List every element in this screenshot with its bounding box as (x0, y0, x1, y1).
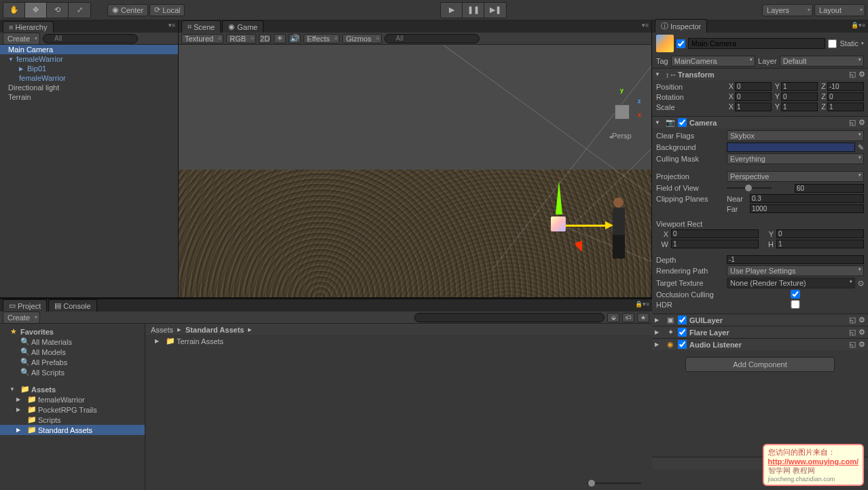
project-content[interactable]: Assets ▸ Standard Assets ▸ ▶📁Terrain Ass… (145, 324, 652, 490)
mode-2d-toggle[interactable]: 2D (259, 34, 271, 43)
play-button[interactable]: ▶ (441, 3, 463, 18)
layers-dropdown[interactable]: Layers (762, 4, 813, 16)
help-icon[interactable]: ◱ (849, 328, 856, 337)
projection-dropdown[interactable]: Perspective (727, 171, 864, 182)
scale-y-input[interactable] (781, 102, 818, 111)
help-icon[interactable]: ◱ (849, 118, 856, 127)
position-y-input[interactable] (781, 82, 818, 91)
expand-icon[interactable]: ▶ (16, 407, 23, 413)
audio-toggle[interactable]: 🔊 (289, 34, 301, 43)
component-header-audiolistener[interactable]: ▶◉Audio Listener◱⚙ (652, 339, 868, 350)
gizmo-x-axis[interactable] (559, 225, 607, 227)
component-header-camera[interactable]: ▼ 📷 Camera ◱ ⚙ (652, 117, 868, 128)
favorite-item[interactable]: 🔍All Prefabs (0, 357, 145, 367)
occlusion-checkbox[interactable] (727, 290, 864, 299)
hierarchy-item[interactable]: femaleWarrior (0, 73, 178, 83)
search-filter-icon[interactable]: ⬙ (607, 313, 619, 322)
gear-icon[interactable]: ⚙ (858, 118, 865, 127)
expand-icon[interactable]: ▼ (655, 71, 662, 77)
targettex-field[interactable]: None (Render Texture) (727, 278, 855, 288)
expand-icon[interactable]: ▶ (655, 341, 662, 347)
scale-z-input[interactable] (827, 102, 864, 111)
hierarchy-item[interactable]: ▼femaleWarrior (0, 54, 178, 64)
pivot-center-button[interactable]: ◉ Center (107, 4, 148, 16)
tab-game[interactable]: ◉Game (222, 20, 264, 33)
favorites-header[interactable]: ★Favorites (0, 326, 145, 337)
expand-icon[interactable]: ▼ (8, 56, 15, 62)
expand-icon[interactable]: ▶ (19, 66, 26, 72)
hand-tool[interactable]: ✋ (3, 3, 25, 18)
asset-folder[interactable]: ▶📁PocketRPG Trails (0, 404, 145, 415)
panel-menu-icon[interactable]: 🔒▾≡ (851, 22, 865, 29)
renderpath-dropdown[interactable]: Use Player Settings (727, 265, 864, 276)
fov-slider[interactable] (727, 183, 792, 193)
clearflags-dropdown[interactable]: Skybox (727, 130, 864, 141)
background-color-field[interactable] (727, 143, 855, 152)
cullingmask-dropdown[interactable]: Everything (727, 153, 864, 164)
hierarchy-item[interactable]: Main Camera (0, 45, 178, 54)
gear-icon[interactable]: ⚙ (858, 340, 865, 349)
hdr-checkbox[interactable] (727, 300, 864, 309)
component-header-guilayer[interactable]: ▶▣GUILayer◱⚙ (652, 314, 868, 326)
help-icon[interactable]: ◱ (849, 70, 856, 79)
favorite-item[interactable]: 🔍All Scripts (0, 367, 145, 377)
add-component-button[interactable]: Add Component (685, 357, 835, 372)
hierarchy-item[interactable]: ▶Bip01 (0, 64, 178, 73)
depth-input[interactable] (727, 255, 864, 264)
layer-dropdown[interactable]: Default (780, 56, 864, 67)
lighting-toggle[interactable]: ☀ (274, 34, 286, 43)
near-input[interactable] (750, 194, 864, 203)
transform-gizmo[interactable] (559, 225, 607, 227)
gameobject-name-input[interactable] (688, 38, 825, 49)
gizmo-y-axis[interactable] (556, 181, 562, 214)
gear-icon[interactable]: ⚙ (858, 70, 865, 79)
component-header-transform[interactable]: ▼ ↕↔ Transform ◱ ⚙ (652, 69, 868, 80)
scale-tool[interactable]: ⤢ (69, 3, 90, 18)
expand-icon[interactable]: ▶ (655, 317, 662, 323)
tab-inspector[interactable]: ⓘInspector (655, 19, 707, 33)
component-header-flarelayer[interactable]: ▶✦Flare Layer◱⚙ (652, 326, 868, 338)
object-picker-icon[interactable]: ⊙ (858, 279, 864, 288)
asset-folder[interactable]: 📁Scripts (0, 415, 145, 425)
help-icon[interactable]: ◱ (849, 316, 856, 324)
tab-console[interactable]: ▤Console (48, 299, 96, 312)
thumbnail-size-slider[interactable] (587, 479, 641, 487)
vp-x-input[interactable] (671, 229, 759, 238)
scene-search-input[interactable] (384, 34, 480, 43)
expand-icon[interactable]: ▶ (16, 427, 23, 433)
pause-button[interactable]: ❚❚ (463, 3, 484, 18)
expand-icon[interactable]: ▶ (16, 396, 23, 402)
favorite-item[interactable]: 🔍All Materials (0, 337, 145, 347)
gear-icon[interactable]: ⚙ (858, 328, 865, 337)
gizmo-z-axis[interactable] (559, 225, 562, 228)
panel-menu-icon[interactable]: ▾≡ (168, 22, 175, 29)
search-label-icon[interactable]: 🏷 (622, 313, 634, 322)
tab-project[interactable]: ▭Project (3, 299, 47, 312)
move-tool[interactable]: ✥ (25, 3, 47, 18)
gizmos-dropdown[interactable]: Gizmos (342, 34, 381, 43)
step-button[interactable]: ▶❚ (484, 3, 506, 18)
render-mode-dropdown[interactable]: RGB (226, 34, 256, 43)
camera-enabled-checkbox[interactable] (678, 118, 687, 127)
project-create-button[interactable]: Create (3, 312, 40, 324)
position-x-input[interactable] (735, 82, 772, 91)
rotation-z-input[interactable] (827, 92, 864, 101)
expand-icon[interactable]: ▼ (655, 119, 662, 126)
vp-y-input[interactable] (776, 229, 864, 238)
vp-w-input[interactable] (671, 240, 759, 248)
audiolistener-enabled-checkbox[interactable] (678, 340, 687, 349)
project-tree[interactable]: ★Favorites 🔍All Materials 🔍All Models 🔍A… (0, 324, 145, 490)
hierarchy-item[interactable]: Terrain (0, 92, 178, 102)
layout-dropdown[interactable]: Layout (814, 4, 865, 16)
far-input[interactable] (750, 204, 864, 213)
guilayer-enabled-checkbox[interactable] (678, 316, 687, 324)
flarelayer-enabled-checkbox[interactable] (678, 328, 687, 337)
asset-folder[interactable]: ▶📁Standard Assets (0, 425, 145, 435)
coords-local-button[interactable]: ⟳ Local (149, 4, 185, 16)
panel-menu-icon[interactable]: 🔒▾≡ (635, 301, 649, 307)
breadcrumb-item[interactable]: Standard Assets (185, 326, 244, 334)
project-search-input[interactable] (414, 313, 604, 322)
breadcrumb-item[interactable]: Assets (151, 326, 173, 334)
favorite-item[interactable]: 🔍All Models (0, 347, 145, 357)
rotation-x-input[interactable] (735, 92, 772, 101)
